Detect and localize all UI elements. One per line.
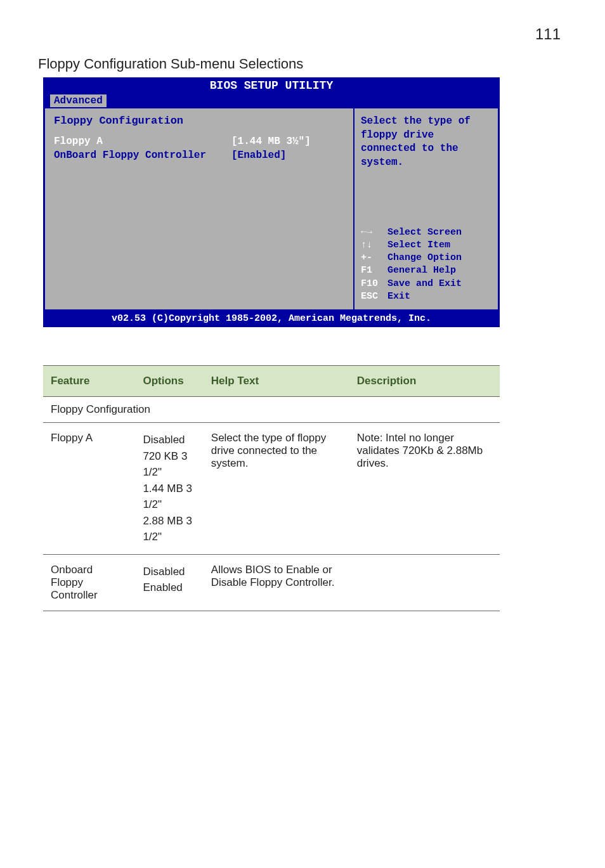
cell-options: Disabled Enabled xyxy=(135,554,203,611)
option-value: Enabled xyxy=(143,580,195,596)
bios-tab-row: Advanced xyxy=(44,94,499,107)
option-value: 2.88 MB 3 1/2" xyxy=(143,513,195,545)
bios-row-value: [Enabled] xyxy=(231,150,286,161)
key-arrows-vertical-icon: ↑↓ xyxy=(361,239,387,252)
option-value: Disabled xyxy=(143,564,195,580)
bios-row-label: OnBoard Floppy Controller xyxy=(54,150,231,161)
cell-desc: Note: Intel no longer validates 720Kb & … xyxy=(349,423,500,555)
tab-advanced[interactable]: Advanced xyxy=(50,94,107,107)
cell-help: Select the type of floppy drive connecte… xyxy=(204,423,349,555)
bios-right-pane: Select the type of floppy drive connecte… xyxy=(353,107,499,311)
option-value: 1.44 MB 3 1/2" xyxy=(143,481,195,513)
option-value: Disabled xyxy=(143,432,195,448)
key-f10: F10 xyxy=(361,278,387,290)
table-section-label: Floppy Configuration xyxy=(43,397,500,423)
bios-heading: Floppy Configuration xyxy=(54,115,344,127)
cell-desc xyxy=(349,554,500,611)
col-help-text: Help Text xyxy=(204,366,349,397)
col-description: Description xyxy=(349,366,500,397)
col-options: Options xyxy=(135,366,203,397)
bios-body: Floppy Configuration Floppy A [1.44 MB 3… xyxy=(44,107,499,311)
legend-desc: Save and Exit xyxy=(387,278,462,290)
bios-banner: BIOS SETUP UTILITY xyxy=(44,78,499,94)
legend-desc: Change Option xyxy=(387,252,462,264)
key-f1: F1 xyxy=(361,264,387,277)
legend-select-item: ↑↓Select Item xyxy=(361,239,491,252)
legend-select-screen: ←→Select Screen xyxy=(361,226,491,239)
legend-desc: Select Screen xyxy=(387,226,462,239)
legend-desc: General Help xyxy=(387,264,456,277)
key-plus-minus-icon: +- xyxy=(361,252,387,264)
cell-feature: Floppy A xyxy=(43,423,135,555)
feature-table: Feature Options Help Text Description Fl… xyxy=(43,365,500,611)
key-arrows-horizontal-icon: ←→ xyxy=(361,226,387,239)
table-header-row: Feature Options Help Text Description xyxy=(43,366,500,397)
section-title: Floppy Configuration Sub-menu Selections xyxy=(38,56,567,72)
bios-row-value: [1.44 MB 3½"] xyxy=(231,136,311,147)
col-feature: Feature xyxy=(43,366,135,397)
cell-feature: Onboard Floppy Controller xyxy=(43,554,135,611)
cell-options: Disabled 720 KB 3 1/2" 1.44 MB 3 1/2" 2.… xyxy=(135,423,203,555)
bios-key-legend: ←→Select Screen ↑↓Select Item +-Change O… xyxy=(361,226,491,304)
legend-desc: Select Item xyxy=(387,239,450,252)
page-number: 111 xyxy=(38,25,567,43)
bios-help-text: Select the type of floppy drive connecte… xyxy=(361,115,491,169)
bios-row-label: Floppy A xyxy=(54,136,231,147)
legend-save-exit: F10Save and Exit xyxy=(361,278,491,290)
legend-general-help: F1General Help xyxy=(361,264,491,277)
bios-row-floppy-a[interactable]: Floppy A [1.44 MB 3½"] xyxy=(54,136,344,147)
bios-left-pane: Floppy Configuration Floppy A [1.44 MB 3… xyxy=(44,107,353,311)
bios-row-onboard-controller[interactable]: OnBoard Floppy Controller [Enabled] xyxy=(54,150,344,161)
legend-desc: Exit xyxy=(387,290,410,303)
table-row: Onboard Floppy Controller Disabled Enabl… xyxy=(43,554,500,611)
bios-footer: v02.53 (C)Copyright 1985-2002, American … xyxy=(44,311,499,327)
legend-exit: ESCExit xyxy=(361,290,491,303)
legend-change-option: +-Change Option xyxy=(361,252,491,264)
table-row: Floppy A Disabled 720 KB 3 1/2" 1.44 MB … xyxy=(43,423,500,555)
cell-help: Allows BIOS to Enable or Disable Floppy … xyxy=(204,554,349,611)
key-esc: ESC xyxy=(361,290,387,303)
option-value: 720 KB 3 1/2" xyxy=(143,448,195,481)
bios-setup-panel: BIOS SETUP UTILITY Advanced Floppy Confi… xyxy=(43,77,500,327)
table-section-row: Floppy Configuration xyxy=(43,397,500,423)
